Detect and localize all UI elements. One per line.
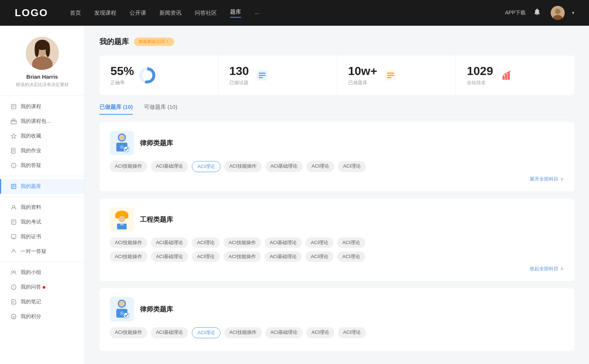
svg-point-55	[120, 145, 124, 149]
sidebar-item-course[interactable]: 我的课程	[0, 99, 84, 114]
tag-item[interactable]: ACI理论	[306, 161, 334, 172]
qbank-lawyer-icon-1	[110, 131, 134, 155]
sidebar-item-group[interactable]: 我的小组	[0, 265, 84, 280]
tab-done[interactable]: 已做题库 (10)	[99, 104, 133, 114]
nav-news[interactable]: 新闻资讯	[159, 10, 181, 17]
nav-discover[interactable]: 发现课程	[94, 10, 116, 17]
qbank-tags-lawyer-1: ACI技能操作 ACI基础理论 ACI理论 ACI技能操作 ACI基础理论 AC…	[110, 161, 564, 172]
note-icon	[10, 299, 17, 305]
tag-item[interactable]: ACI基础理论	[265, 238, 302, 248]
sidebar-item-notes[interactable]: 我的笔记	[0, 295, 84, 309]
sidebar-profile: Brian Harris 错误的决定比没有决定要好	[0, 37, 84, 96]
app-download-link[interactable]: APP下载	[505, 10, 526, 16]
tag-item[interactable]: ACI技能操作	[223, 238, 261, 248]
tag-item[interactable]: ACI理论	[192, 238, 220, 248]
svg-point-1	[555, 9, 560, 14]
tag-item[interactable]: ACI技能操作	[110, 161, 147, 172]
sidebar-item-oneone[interactable]: 一对一答疑	[0, 244, 84, 259]
tag-item[interactable]: ACI理论	[192, 251, 220, 262]
sidebar-item-homework[interactable]: 我的作业	[0, 143, 84, 158]
svg-point-53	[119, 135, 125, 140]
tag-item[interactable]: ACI技能操作	[110, 327, 147, 338]
stat-label-rank: 全站排名	[467, 79, 493, 86]
nav-qbank[interactable]: 题库	[230, 8, 241, 18]
nav-qa[interactable]: 问答社区	[195, 10, 217, 17]
stat-done-banks: 10w+ 已做题库	[337, 56, 456, 95]
qbank-tags-engineer-row1: ACI技能操作 ACI基础理论 ACI理论 ACI技能操作 ACI基础理论 AC…	[110, 238, 564, 248]
tag-item-active[interactable]: ACI理论	[192, 161, 221, 172]
qbank-title-lawyer-1: 律师类题库	[140, 139, 173, 147]
tag-item[interactable]: ACI技能操作	[110, 238, 147, 248]
notification-bell[interactable]	[533, 8, 543, 18]
tag-item[interactable]: ACI技能操作	[224, 161, 262, 172]
nav-open-course[interactable]: 公开课	[130, 10, 146, 17]
navbar: LOGO 首页 发现课程 公开课 新闻资讯 问答社区 题库 ··· APP下载 …	[0, 0, 589, 26]
svg-point-32	[13, 249, 15, 251]
points-icon: 积	[10, 313, 17, 320]
tag-item[interactable]: ACI理论	[337, 251, 365, 262]
tag-item[interactable]: ACI基础理论	[151, 238, 188, 248]
qbank-title-lawyer-2: 律师类题库	[140, 305, 173, 314]
sidebar-item-exam[interactable]: 我的考试	[0, 215, 84, 229]
page-header: 我的题库 体验剩余23天！	[99, 37, 574, 47]
tag-item[interactable]: ACI基础理论	[151, 161, 188, 172]
sidebar-item-cert[interactable]: 我的证书	[0, 229, 84, 244]
qbank-card-lawyer-1: 律师类题库 ACI技能操作 ACI基础理论 ACI理论 ACI技能操作 ACI基…	[99, 122, 574, 191]
sidebar-item-myprofile[interactable]: 我的资料	[0, 200, 84, 215]
tag-item[interactable]: ACI基础理论	[151, 251, 188, 262]
tag-item[interactable]: ACI理论	[306, 327, 334, 338]
list-icon	[254, 67, 270, 83]
svg-point-33	[12, 271, 14, 273]
tag-item[interactable]: ACI基础理论	[265, 251, 302, 262]
trial-badge: 体验剩余23天！	[134, 38, 174, 46]
tag-item[interactable]: ACI理论	[306, 251, 334, 262]
nav-links: 首页 发现课程 公开课 新闻资讯 问答社区 题库 ···	[70, 8, 505, 18]
sidebar-item-favorites[interactable]: 我的收藏	[0, 129, 84, 143]
stat-site-rank: 1029 全站排名	[456, 56, 574, 95]
stat-value-done: 130	[229, 64, 249, 78]
tag-item[interactable]: ACI理论	[306, 238, 334, 248]
course-icon	[10, 103, 17, 110]
svg-rect-62	[120, 222, 124, 225]
tag-item[interactable]: ACI理论	[337, 238, 365, 248]
qbank-tags-lawyer-2: ACI技能操作 ACI基础理论 ACI理论 ACI技能操作 ACI基础理论 AC…	[110, 327, 564, 338]
qbank-card-lawyer-2: 律师类题库 ACI技能操作 ACI基础理论 ACI理论 ACI技能操作 ACI基…	[99, 288, 574, 351]
nav-home[interactable]: 首页	[70, 10, 81, 17]
svg-point-66	[120, 311, 124, 315]
sidebar-item-myqa[interactable]: ? 我的问答	[0, 280, 84, 295]
tag-item[interactable]: ACI基础理论	[151, 327, 188, 338]
expand-link-lawyer-1[interactable]: 展开全部科目 ∨	[110, 176, 564, 182]
tag-item-active[interactable]: ACI理论	[192, 327, 221, 338]
svg-point-31	[13, 238, 14, 239]
cert-icon	[10, 233, 17, 240]
tag-item[interactable]: ACI基础理论	[265, 327, 303, 338]
profile-motto: 错误的决定比没有决定要好	[16, 82, 69, 88]
chart-icon	[498, 67, 514, 83]
tag-item[interactable]: ACI技能操作	[110, 251, 147, 262]
tag-item[interactable]: ACI理论	[338, 327, 366, 338]
tag-item[interactable]: ACI技能操作	[224, 327, 262, 338]
svg-rect-50	[505, 74, 507, 80]
user-menu-chevron[interactable]: ▾	[572, 10, 574, 15]
sidebar-item-qbank[interactable]: 我的题库	[0, 179, 84, 194]
tag-item[interactable]: ACI基础理论	[265, 161, 303, 172]
qbank-card-engineer: 工程类题库 ACI技能操作 ACI基础理论 ACI理论 ACI技能操作 ACI基…	[99, 199, 574, 281]
stat-done-questions: 130 已做试题	[218, 56, 337, 95]
svg-point-64	[119, 301, 125, 307]
svg-point-7	[35, 42, 39, 57]
collapse-link-engineer[interactable]: 收起全部科目 ∧	[110, 265, 564, 272]
svg-point-34	[14, 271, 16, 273]
stats-row: 55% 正确率 130 已做试题	[99, 56, 574, 95]
tab-available[interactable]: 可做题库 (10)	[144, 104, 177, 114]
qbank-engineer-icon	[110, 207, 134, 232]
nav-more[interactable]: ···	[254, 10, 259, 16]
question-icon: ?	[10, 162, 17, 169]
tag-item[interactable]: ACI技能操作	[223, 251, 261, 262]
user-avatar[interactable]	[551, 6, 565, 20]
sidebar-item-package[interactable]: 我的课程包...	[0, 114, 84, 129]
sidebar-item-my-qa[interactable]: ? 我的答疑	[0, 158, 84, 173]
package-icon	[10, 118, 17, 125]
stat-label-correct: 正确率	[110, 79, 134, 86]
sidebar-item-points[interactable]: 积 我的积分	[0, 309, 84, 324]
tag-item[interactable]: ACI理论	[338, 161, 366, 172]
